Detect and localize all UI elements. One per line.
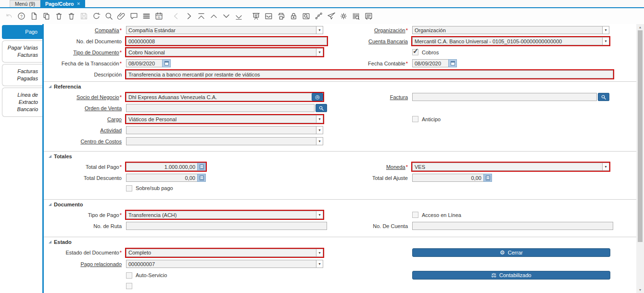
anticipo-checkbox[interactable] <box>412 116 418 122</box>
pago-relacionado-select[interactable]: 000000007 ▾ <box>126 260 323 268</box>
delete-record-icon[interactable] <box>54 12 63 21</box>
moneda-label[interactable]: Moneda* <box>327 164 412 170</box>
dropdown-arrow-icon[interactable]: ▾ <box>316 137 323 145</box>
total-pago-input[interactable]: 1.000.000,00 <box>126 163 197 171</box>
cuenta-bancaria-select[interactable]: Mercantil C.A. Banco Universal - 0105_01… <box>412 37 609 45</box>
sobre-sub-pago-checkbox[interactable] <box>126 185 132 191</box>
calendar-button[interactable] <box>448 59 457 67</box>
dropdown-arrow-icon[interactable]: ▾ <box>316 260 323 268</box>
actividad-label[interactable]: Actividad <box>44 127 126 133</box>
dropdown-arrow-icon[interactable]: ▾ <box>316 126 323 134</box>
close-tab-icon[interactable]: ✕ <box>77 1 81 6</box>
send-icon[interactable] <box>326 12 336 21</box>
print-icon[interactable] <box>276 12 286 21</box>
tab-menu[interactable]: Menú (9) <box>10 0 40 7</box>
socio-negocio-label[interactable]: Socio del Negocio* <box>44 94 126 100</box>
auto-servicio-checkbox[interactable] <box>126 272 132 279</box>
sidebar-tab-pago[interactable]: Pago <box>2 25 42 39</box>
dropdown-arrow-icon[interactable]: ▾ <box>602 26 609 34</box>
scroll-down-icon[interactable]: ▼ <box>636 288 644 292</box>
orden-venta-label[interactable]: Orden de Venta <box>44 105 126 111</box>
bpartner-info-button[interactable]: ◎ <box>312 93 323 101</box>
calculator-button[interactable] <box>197 174 206 182</box>
collapse-triangle-icon[interactable] <box>49 241 51 243</box>
contabilizado-button[interactable]: ⚖ Contabilizado <box>412 271 610 280</box>
cuenta-bancaria-label[interactable]: Cuenta Bancaria <box>327 38 412 44</box>
total-descuento-input[interactable]: 0,00 <box>126 174 197 182</box>
calendar-icon[interactable]: 31 <box>154 12 164 21</box>
collapse-triangle-icon[interactable] <box>49 155 51 158</box>
workflow-icon[interactable] <box>314 12 323 21</box>
sidebar-tab-línea-de-extracto-bancario[interactable]: Línea de Extracto Bancario <box>2 88 42 117</box>
centro-costos-label[interactable]: Centro de Costos <box>44 139 126 144</box>
calendar-button[interactable] <box>162 59 171 67</box>
delete-selection-icon[interactable] <box>66 12 76 21</box>
new-record-icon[interactable] <box>29 12 38 21</box>
scroll-up-icon[interactable]: ▲ <box>636 25 644 29</box>
factura-label[interactable]: Factura <box>327 94 412 100</box>
detail-record-icon[interactable] <box>221 12 231 21</box>
total-ajuste-input[interactable]: 0,00 <box>412 174 483 182</box>
chat-icon[interactable] <box>129 12 139 21</box>
next-record-icon[interactable] <box>184 12 193 21</box>
calculator-button[interactable] <box>483 174 492 182</box>
dropdown-arrow-icon[interactable]: ▾ <box>316 48 323 56</box>
dropdown-arrow-icon[interactable]: ▾ <box>602 163 609 171</box>
organizacion-label[interactable]: Organización* <box>327 27 412 33</box>
sidebar-tab-facturas-pagadas[interactable]: Facturas Pagadas <box>2 64 42 86</box>
find-icon[interactable] <box>104 12 114 21</box>
socio-negocio-field[interactable]: Dhl Express Aduanas Venezuela C.A. ◎ <box>126 93 323 101</box>
partial-checkbox[interactable] <box>126 283 132 289</box>
factura-input[interactable] <box>412 93 597 101</box>
lock-icon[interactable] <box>289 12 298 21</box>
parent-record-icon[interactable] <box>209 12 218 21</box>
report-icon[interactable] <box>251 12 261 21</box>
first-record-icon[interactable] <box>196 12 206 21</box>
dropdown-arrow-icon[interactable]: ▾ <box>316 115 323 123</box>
dropdown-arrow-icon[interactable]: ▾ <box>316 249 323 257</box>
vertical-scrollbar[interactable]: ▲ ▼ <box>636 24 644 293</box>
factura-search-button[interactable] <box>598 93 609 101</box>
no-documento-input[interactable]: 000000008 <box>126 37 327 45</box>
pago-relacionado-label[interactable]: Pago relacionado <box>44 261 126 267</box>
process-icon[interactable] <box>339 12 348 21</box>
copy-record-icon[interactable] <box>41 12 51 21</box>
orden-venta-input[interactable] <box>126 104 315 112</box>
centro-costos-select[interactable]: ▾ <box>126 137 323 145</box>
descripcion-input[interactable]: Transferencia a banco mercantil por rest… <box>126 70 613 78</box>
cobros-checkbox[interactable] <box>412 49 418 55</box>
product-info-icon[interactable] <box>351 12 361 21</box>
attachment-icon[interactable] <box>116 12 126 21</box>
tipo-documento-select[interactable]: Cobro Nacional ▾ <box>126 48 323 56</box>
dropdown-arrow-icon[interactable]: ▾ <box>316 26 323 34</box>
sidebar-tab-pagar-varias-facturas[interactable]: Pagar Varias Facturas <box>2 40 42 63</box>
dropdown-arrow-icon[interactable]: ▾ <box>602 37 609 45</box>
moneda-select[interactable]: VES ▾ <box>412 163 609 171</box>
no-ruta-input[interactable] <box>126 222 327 230</box>
tipo-pago-select[interactable]: Transferencia (ACH) ▾ <box>126 211 323 219</box>
help-icon[interactable]: ? <box>16 12 26 21</box>
collapse-triangle-icon[interactable] <box>49 85 51 88</box>
no-cuenta-input[interactable] <box>412 222 613 230</box>
cerrar-button[interactable]: ⚙ Cerrar <box>412 248 610 257</box>
fecha-contable-input[interactable]: 08/09/2020 <box>412 59 448 67</box>
cargo-label[interactable]: Cargo <box>44 116 126 122</box>
grid-toggle-icon[interactable] <box>141 12 151 21</box>
compania-select[interactable]: Compañía Estándar ▾ <box>126 26 323 34</box>
estado-documento-select[interactable]: Completo ▾ <box>126 249 323 257</box>
tab-pago-cobro[interactable]: Pago/Cobro ✕ <box>40 0 85 7</box>
collapse-triangle-icon[interactable] <box>49 203 51 206</box>
actividad-select[interactable]: ▾ <box>126 126 323 134</box>
requery-icon[interactable] <box>91 12 101 21</box>
orden-venta-search-button[interactable] <box>316 104 327 112</box>
archive-icon[interactable] <box>264 12 273 21</box>
report-viewer-icon[interactable] <box>364 12 373 21</box>
organizacion-select[interactable]: Organización ▾ <box>412 26 609 34</box>
fecha-transaccion-input[interactable]: 08/09/2020 <box>126 59 162 67</box>
record-info-icon[interactable] <box>301 12 311 21</box>
tipo-documento-label[interactable]: Tipo de Documento* <box>44 50 126 55</box>
last-record-icon[interactable] <box>234 12 243 21</box>
scrollbar-thumb[interactable] <box>638 30 643 242</box>
cargo-select[interactable]: Viáticos de Personal ▾ <box>126 115 323 123</box>
compania-label[interactable]: Compañía* <box>44 27 126 33</box>
